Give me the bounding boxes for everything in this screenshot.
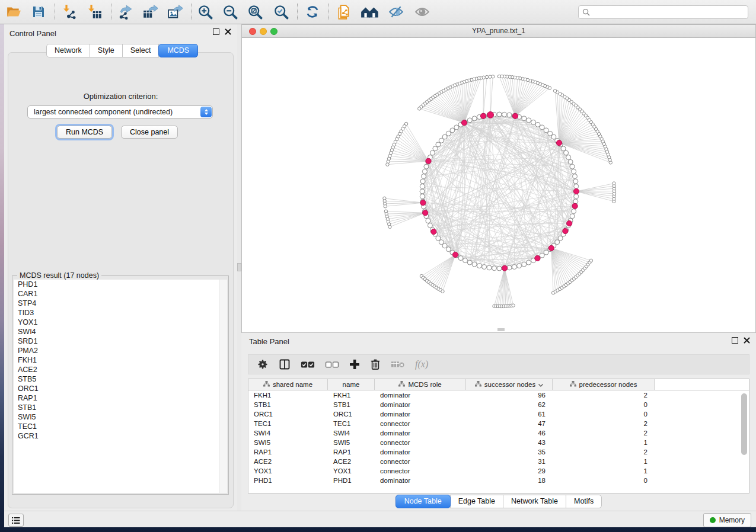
column-header-shared-name[interactable]: shared name <box>248 379 328 390</box>
cell: SWI4 <box>248 430 328 437</box>
export-table-icon[interactable] <box>141 3 159 21</box>
zoom-fit-icon[interactable] <box>246 3 264 21</box>
toolbar-separator <box>328 4 329 20</box>
result-list-item[interactable]: SWI4 <box>14 327 227 336</box>
result-list-item[interactable]: TID3 <box>14 308 227 318</box>
cell: 29 <box>466 467 553 475</box>
table-tabs-edge-table[interactable]: Edge Table <box>450 495 503 508</box>
control-panel-tabs-select[interactable]: Select <box>122 44 160 57</box>
table-row[interactable]: ORC1ORC1dominator610 <box>248 409 749 419</box>
toolbar-separator <box>191 4 192 20</box>
zoom-in-icon[interactable] <box>196 3 214 21</box>
import-table-icon[interactable] <box>86 3 104 21</box>
result-list-item[interactable]: GCR1 <box>14 431 227 441</box>
refresh-layout-icon[interactable] <box>304 3 321 21</box>
list-icon <box>12 517 20 524</box>
memory-button[interactable]: Memory <box>703 513 751 527</box>
cell: 0 <box>553 401 655 408</box>
network-canvas[interactable] <box>242 38 755 332</box>
result-list-item[interactable]: STP4 <box>14 299 227 308</box>
delete-column-icon[interactable] <box>370 357 381 371</box>
close-table-panel-icon[interactable] <box>744 337 750 344</box>
control-panel-tabs-network[interactable]: Network <box>46 44 90 57</box>
table-tabs-network-table[interactable]: Network Table <box>503 495 566 508</box>
search-field[interactable] <box>578 5 748 19</box>
result-list-item[interactable]: STB1 <box>14 403 227 412</box>
run-mcds-button[interactable]: Run MCDS <box>57 126 112 139</box>
table-tabs: Node TableEdge TableNetwork TableMotifs <box>395 495 602 508</box>
criterion-dropdown[interactable]: largest connected component (undirected) <box>27 105 213 118</box>
export-network-icon[interactable] <box>116 3 134 21</box>
table-scrollbar-thumb[interactable] <box>741 393 747 455</box>
import-network-icon[interactable] <box>61 3 79 21</box>
select-all-icon[interactable] <box>301 357 315 371</box>
cell: 46 <box>466 430 553 437</box>
cell: 2 <box>553 392 655 399</box>
table-panel-title: Table Panel <box>249 337 289 346</box>
column-header-predecessor-nodes[interactable]: predecessor nodes <box>553 379 655 390</box>
result-list-item[interactable]: SWI5 <box>14 412 227 422</box>
table-row[interactable]: PHD1PHD1dominator180 <box>248 476 749 485</box>
task-history-button[interactable] <box>8 514 24 527</box>
zoom-selected-icon[interactable] <box>272 3 290 21</box>
cell: 2 <box>553 430 655 437</box>
network-titlebar[interactable]: YPA_prune.txt_1 <box>242 25 755 38</box>
column-header-successor-nodes[interactable]: successor nodes <box>466 379 553 390</box>
mcds-result-items: PHD1CAR1STP4TID3YOX1SWI4SRD1PMA2FKH1ACE2… <box>14 280 227 441</box>
network-graph[interactable] <box>242 38 755 332</box>
result-list-item[interactable]: TEC1 <box>14 422 227 431</box>
result-list-item[interactable]: RAP1 <box>14 393 227 403</box>
result-list-item[interactable]: SRD1 <box>14 336 227 346</box>
zoom-out-icon[interactable] <box>221 3 239 21</box>
export-image-icon[interactable] <box>166 3 184 21</box>
hide-selected-icon[interactable] <box>387 3 405 21</box>
function-builder-icon[interactable]: f(x) <box>415 357 428 371</box>
column-header-name[interactable]: name <box>328 379 375 390</box>
delete-table-icon[interactable] <box>391 357 405 371</box>
result-list-item[interactable]: CAR1 <box>14 289 227 299</box>
node-table[interactable]: shared namenameMCDS rolesuccessor nodesp… <box>248 379 749 493</box>
table-row[interactable]: ACE2ACE2connector311 <box>248 457 749 466</box>
columns-icon[interactable] <box>279 357 291 371</box>
table-row[interactable]: YOX1YOX1connector291 <box>248 466 749 476</box>
float-table-panel-icon[interactable] <box>732 337 738 344</box>
result-list-item[interactable]: PHD1 <box>14 280 227 289</box>
cell: dominator <box>375 430 466 437</box>
table-row[interactable]: FKH1FKH1dominator962 <box>248 390 749 400</box>
column-header-MCDS-role[interactable]: MCDS role <box>375 379 466 390</box>
result-list-item[interactable]: ORC1 <box>14 384 227 393</box>
result-list-item[interactable]: YOX1 <box>14 318 227 327</box>
control-panel-tabs-mcds[interactable]: MCDS <box>158 44 198 57</box>
close-panel-button[interactable]: Close panel <box>121 126 178 139</box>
first-neighbors-icon[interactable] <box>359 3 381 21</box>
control-panel-tabs-style[interactable]: Style <box>90 44 123 57</box>
deselect-all-icon[interactable] <box>325 357 339 371</box>
table-tabs-node-table[interactable]: Node Table <box>395 495 451 508</box>
cell: 31 <box>466 458 553 465</box>
table-row[interactable]: SWI5SWI5connector431 <box>248 438 749 447</box>
search-input[interactable] <box>593 7 744 17</box>
show-all-icon[interactable] <box>413 3 431 21</box>
result-list-scrollbar[interactable] <box>219 280 227 493</box>
close-panel-icon[interactable] <box>225 28 231 35</box>
add-column-icon[interactable] <box>349 357 360 371</box>
result-list-item[interactable]: ACE2 <box>14 365 227 374</box>
float-panel-icon[interactable] <box>213 28 219 35</box>
table-row[interactable]: TEC1TEC1connector472 <box>248 419 749 428</box>
clone-network-icon[interactable] <box>335 3 353 21</box>
open-folder-icon[interactable] <box>5 3 23 21</box>
cell: PHD1 <box>328 477 375 484</box>
table-tabs-motifs[interactable]: Motifs <box>566 495 602 508</box>
table-row[interactable]: STB1STB1dominator620 <box>248 400 749 409</box>
save-icon[interactable] <box>30 3 47 21</box>
table-row[interactable]: SWI4SWI4dominator462 <box>248 428 749 438</box>
table-row[interactable]: RAP1RAP1dominator352 <box>248 447 749 457</box>
splitter-grip-icon[interactable] <box>237 263 241 271</box>
panel-splitter[interactable] <box>237 24 241 511</box>
result-list-item[interactable]: PMA2 <box>14 346 227 355</box>
gear-icon[interactable] <box>257 357 269 371</box>
result-list-item[interactable]: FKH1 <box>14 355 227 365</box>
canvas-scrollbar-thumb[interactable] <box>497 328 505 331</box>
toolbar-separator <box>111 4 111 20</box>
result-list-item[interactable]: STB5 <box>14 374 227 384</box>
